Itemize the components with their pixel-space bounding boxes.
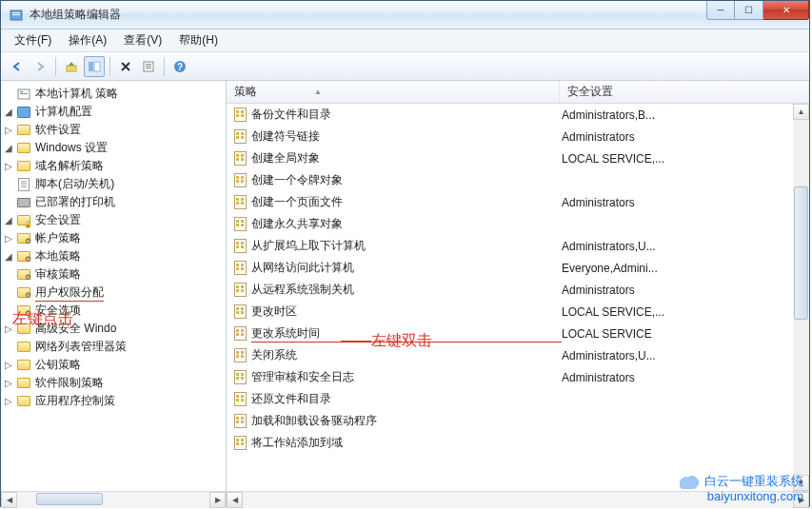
collapse-icon[interactable]: ◢ (3, 143, 14, 154)
menu-help[interactable]: 帮助(H) (171, 30, 226, 50)
tree-user-rights[interactable]: 用户权限分配 (3, 284, 226, 302)
delete-button[interactable] (115, 56, 136, 77)
folder-icon (16, 159, 31, 174)
policy-value: Administrators,U... (562, 349, 809, 362)
tree-hscrollbar[interactable]: ◀ ▶ (1, 491, 226, 507)
tree-windows-settings[interactable]: ◢Windows 设置 (3, 139, 226, 157)
policy-row[interactable]: 管理审核和安全日志Administrators (227, 366, 809, 388)
computer-icon (16, 105, 31, 120)
maximize-button[interactable]: ☐ (735, 1, 763, 20)
scroll-left-button[interactable]: ◀ (1, 492, 17, 508)
show-hide-tree-button[interactable] (84, 56, 105, 77)
close-button[interactable]: ✕ (763, 1, 809, 20)
tree-deployed-printers[interactable]: 已部署的打印机 (3, 193, 226, 211)
policy-row[interactable]: 从远程系统强制关机Administrators (227, 279, 809, 301)
menu-view[interactable]: 查看(V) (116, 30, 169, 50)
policy-row[interactable]: 备份文件和目录Administrators,B... (227, 104, 809, 126)
expand-icon[interactable]: ▷ (3, 360, 14, 371)
col-security-setting[interactable]: 安全设置 (560, 81, 809, 103)
svg-rect-5 (94, 62, 100, 71)
folder-icon (16, 322, 31, 337)
policy-row[interactable]: 从扩展坞上取下计算机Administrators,U... (227, 235, 809, 257)
policy-row[interactable]: 更改系统时间LOCAL SERVICE (227, 323, 809, 344)
policy-row[interactable]: 创建符号链接Administrators (227, 126, 809, 147)
expand-icon[interactable]: ▷ (3, 323, 14, 335)
back-button[interactable] (7, 56, 28, 77)
tree-audit-policy[interactable]: 审核策略 (3, 265, 226, 284)
expand-icon[interactable]: ▷ (3, 233, 14, 245)
tree-software-restrict[interactable]: ▷软件限制策略 (3, 374, 226, 392)
scroll-track[interactable] (17, 492, 209, 508)
tree-security-settings[interactable]: ◢安全设置 (3, 211, 226, 229)
list-vscrollbar[interactable]: ▲ ▼ (793, 104, 809, 491)
policy-row[interactable]: 从网络访问此计算机Everyone,Admini... (227, 257, 809, 279)
forward-button[interactable] (30, 56, 50, 77)
policy-value: Administrators (562, 196, 809, 209)
expand-icon[interactable]: ▷ (3, 396, 14, 407)
policy-row[interactable]: 关闭系统Administrators,U... (227, 344, 809, 366)
tree-software-settings[interactable]: ▷软件设置 (3, 121, 226, 139)
properties-button[interactable] (138, 56, 159, 77)
folder-icon (16, 340, 31, 355)
policy-row[interactable]: 加载和卸载设备驱动程序 (227, 410, 809, 432)
policy-row[interactable]: 创建全局对象LOCAL SERVICE,... (227, 147, 809, 169)
expand-icon[interactable] (3, 88, 14, 100)
scroll-thumb[interactable] (794, 186, 808, 320)
policy-row[interactable]: 创建一个令牌对象 (227, 169, 809, 191)
minimize-button[interactable]: ─ (706, 1, 735, 20)
tree-dns-policy[interactable]: ▷域名解析策略 (3, 157, 226, 175)
menu-action[interactable]: 操作(A) (61, 30, 114, 50)
policy-value: LOCAL SERVICE (562, 327, 809, 341)
svg-rect-3 (67, 66, 76, 71)
scroll-left-button[interactable]: ◀ (227, 492, 243, 508)
tree[interactable]: 本地计算机 策略 ◢计算机配置 ▷软件设置 ◢Windows 设置 ▷域名解析策… (1, 81, 226, 414)
titlebar: 本地组策略编辑器 ─ ☐ ✕ (1, 1, 809, 29)
svg-rect-8 (146, 66, 151, 67)
policy-icon (232, 108, 248, 123)
tree-adv-sec-windows[interactable]: ▷高级安全 Windo (3, 320, 226, 338)
window-controls: ─ ☐ ✕ (706, 1, 809, 20)
policy-row[interactable]: 还原文件和目录 (227, 388, 809, 410)
policy-name: 创建一个令牌对象 (251, 172, 562, 188)
toolbar: ? (1, 52, 809, 81)
tree-label: 高级安全 Windo (35, 321, 116, 337)
folder-icon (16, 249, 31, 264)
tree-label: 安全选项 (35, 303, 81, 319)
expand-icon[interactable]: ▷ (3, 378, 14, 389)
policy-row[interactable]: 将工作站添加到域 (227, 432, 809, 454)
expand-icon[interactable]: ▷ (3, 125, 14, 136)
tree-security-options[interactable]: 安全选项 (3, 302, 226, 320)
policy-icon (232, 348, 248, 363)
tree-label: 公钥策略 (35, 357, 81, 373)
watermark-line1: 白云一键重装系统 (704, 474, 803, 488)
up-button[interactable] (61, 56, 82, 77)
tree-root[interactable]: 本地计算机 策略 (3, 85, 226, 103)
blank-icon (3, 342, 14, 353)
expand-icon[interactable]: ▷ (3, 161, 14, 172)
policy-row[interactable]: 创建永久共享对象 (227, 213, 809, 235)
policy-name: 创建全局对象 (251, 150, 562, 166)
watermark: 白云一键重装系统 baiyunxitong.com (680, 474, 803, 504)
scroll-track[interactable] (793, 120, 809, 475)
scroll-right-button[interactable]: ▶ (209, 492, 226, 508)
policy-list[interactable]: 备份文件和目录Administrators,B...创建符号链接Administ… (227, 104, 809, 491)
tree-pubkey-policy[interactable]: ▷公钥策略 (3, 356, 226, 374)
collapse-icon[interactable]: ◢ (3, 107, 14, 118)
scroll-thumb[interactable] (36, 493, 103, 505)
tree-account-policy[interactable]: ▷帐户策略 (3, 229, 226, 247)
col-policy[interactable]: 策略 (227, 81, 560, 103)
tree-local-policy[interactable]: ◢本地策略 (3, 247, 226, 265)
tree-scripts[interactable]: 脚本(启动/关机) (3, 175, 226, 193)
help-button[interactable]: ? (169, 56, 190, 77)
menu-file[interactable]: 文件(F) (7, 30, 59, 50)
policy-row[interactable]: 创建一个页面文件Administrators (227, 191, 809, 213)
collapse-icon[interactable]: ◢ (3, 251, 14, 263)
tree-label: 网络列表管理器策 (35, 339, 127, 355)
scroll-up-button[interactable]: ▲ (793, 104, 809, 120)
tree-nlm-policy[interactable]: 网络列表管理器策 (3, 338, 226, 356)
collapse-icon[interactable]: ◢ (3, 215, 14, 226)
tree-app-control[interactable]: ▷应用程序控制策 (3, 392, 226, 410)
tree-computer-config[interactable]: ◢计算机配置 (3, 103, 226, 121)
folder-icon (16, 141, 31, 156)
policy-row[interactable]: 更改时区LOCAL SERVICE,... (227, 301, 809, 323)
